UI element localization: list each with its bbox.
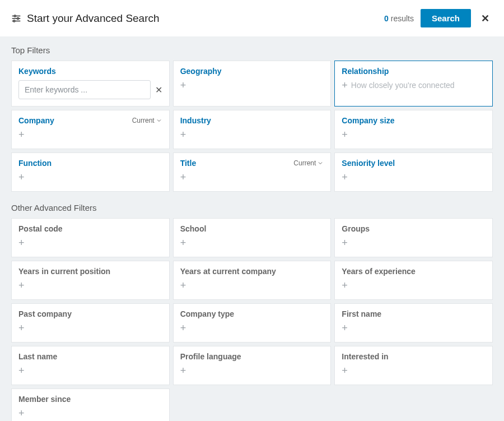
filter-years-company[interactable]: Years at current company [173, 261, 332, 300]
filter-postal-code[interactable]: Postal code [11, 218, 170, 257]
chevron-down-icon [317, 160, 324, 166]
close-icon[interactable]: ✕ [478, 10, 493, 27]
filter-label: Relationship [342, 67, 389, 76]
filter-company[interactable]: Company Current [11, 110, 170, 149]
filter-years-experience[interactable]: Years of experience [334, 261, 493, 300]
header-left: Start your Advanced Search [11, 12, 377, 25]
filter-label: Interested in [342, 352, 388, 361]
filter-label: Member since [18, 395, 71, 404]
svg-point-3 [17, 17, 19, 19]
filter-label: Seniority level [342, 159, 395, 168]
plus-icon[interactable] [342, 366, 348, 376]
filter-label: Last name [18, 352, 57, 361]
filter-geography[interactable]: Geography [173, 61, 332, 107]
filter-label: Postal code [18, 224, 63, 233]
plus-icon[interactable] [342, 129, 348, 140]
filter-seniority[interactable]: Seniority level [334, 152, 493, 192]
filter-school[interactable]: School [173, 218, 332, 257]
plus-icon[interactable] [18, 238, 25, 248]
filter-past-company[interactable]: Past company [11, 303, 170, 343]
plus-icon[interactable] [342, 80, 348, 90]
plus-icon[interactable] [180, 323, 186, 333]
filter-title[interactable]: Title Current [173, 152, 332, 192]
filter-label: Groups [342, 224, 370, 233]
top-filters-grid: Keywords ✕ Geography Relationship How cl… [11, 61, 493, 192]
filter-member-since[interactable]: Member since [11, 388, 170, 421]
filter-label: Past company [18, 309, 72, 318]
scope-dropdown[interactable]: Current [132, 117, 162, 124]
other-filters-grid: Postal code School Groups Years in curre… [11, 218, 493, 421]
results-count: 0 [384, 14, 389, 23]
filter-company-type[interactable]: Company type [173, 303, 332, 343]
other-filters-heading: Other Advanced Filters [11, 203, 493, 212]
filter-profile-language[interactable]: Profile language [173, 346, 332, 385]
plus-icon[interactable] [18, 129, 25, 140]
filter-label: Years at current company [180, 267, 276, 276]
filter-label: Keywords [18, 67, 56, 76]
filters-area: Top Filters Keywords ✕ Geography Relatio… [0, 36, 504, 421]
plus-icon[interactable] [18, 323, 25, 333]
filter-years-position[interactable]: Years in current position [11, 261, 170, 300]
plus-icon[interactable] [342, 323, 348, 333]
top-filters-heading: Top Filters [11, 45, 493, 55]
filter-function[interactable]: Function [11, 152, 170, 192]
filter-label: Company [18, 116, 54, 125]
filter-label: Company type [180, 309, 234, 318]
chevron-down-icon [156, 117, 162, 124]
plus-icon[interactable] [180, 280, 186, 290]
filter-hint: How closely you're connected [351, 81, 455, 90]
filter-groups[interactable]: Groups [334, 218, 493, 257]
sliders-icon [11, 13, 21, 24]
filter-label: Years in current position [18, 267, 110, 276]
filter-company-size[interactable]: Company size [334, 110, 493, 149]
plus-icon[interactable] [18, 280, 25, 290]
plus-icon[interactable] [342, 280, 348, 290]
filter-label: Function [18, 159, 52, 168]
clear-keywords-icon[interactable]: ✕ [155, 85, 162, 95]
filter-label: Company size [342, 116, 394, 125]
filter-first-name[interactable]: First name [334, 303, 493, 343]
filter-label: Profile language [180, 352, 241, 361]
plus-icon[interactable] [180, 129, 186, 140]
filter-label: Title [180, 159, 197, 168]
header: Start your Advanced Search 0 results Sea… [0, 0, 504, 36]
plus-icon[interactable] [180, 238, 186, 248]
plus-icon[interactable] [342, 238, 348, 248]
results-text: 0 results [384, 14, 414, 23]
plus-icon[interactable] [342, 172, 348, 182]
search-button[interactable]: Search [421, 9, 471, 27]
keywords-input[interactable] [18, 80, 151, 99]
filter-industry[interactable]: Industry [173, 110, 332, 149]
plus-icon[interactable] [18, 408, 25, 418]
filter-label: First name [342, 309, 381, 318]
filter-keywords[interactable]: Keywords ✕ [11, 61, 170, 107]
page-title: Start your Advanced Search [27, 12, 160, 25]
plus-icon[interactable] [18, 172, 25, 182]
results-label: results [391, 14, 414, 23]
filter-relationship[interactable]: Relationship How closely you're connecte… [334, 61, 493, 107]
filter-label: Geography [180, 67, 222, 76]
filter-label: Years of experience [342, 267, 416, 276]
filter-label: School [180, 224, 207, 233]
plus-icon[interactable] [180, 172, 186, 182]
plus-icon[interactable] [180, 80, 186, 90]
plus-icon[interactable] [180, 366, 186, 376]
svg-point-5 [13, 20, 15, 22]
filter-label: Industry [180, 116, 211, 125]
scope-label: Current [293, 159, 316, 167]
plus-icon[interactable] [18, 366, 25, 376]
svg-point-1 [14, 15, 16, 17]
scope-label: Current [132, 117, 155, 124]
filter-interested-in[interactable]: Interested in [334, 346, 493, 385]
scope-dropdown[interactable]: Current [293, 159, 324, 167]
filter-last-name[interactable]: Last name [11, 346, 170, 385]
